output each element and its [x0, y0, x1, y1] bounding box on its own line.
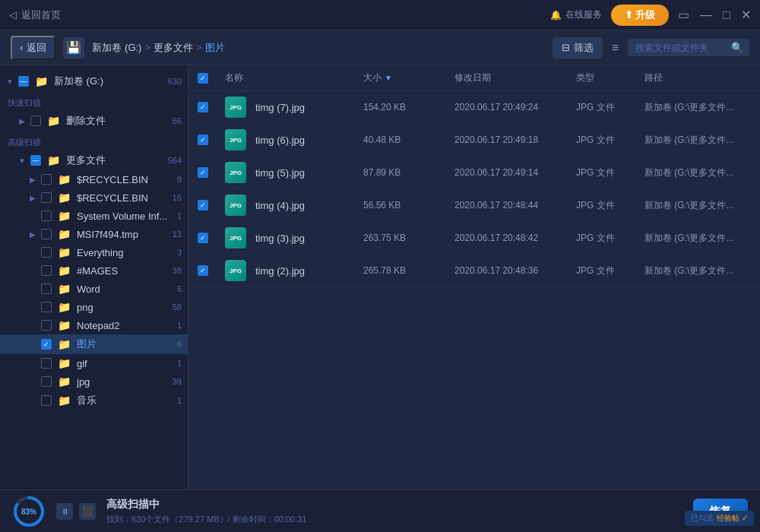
- sidebar-item-sysvol[interactable]: 📁 System Volume Inf... 1: [0, 207, 188, 225]
- checkbox-recycle2[interactable]: [41, 192, 52, 203]
- nav-back-button[interactable]: ‹ 返回: [11, 36, 55, 60]
- row-checkbox[interactable]: ✓: [198, 102, 208, 112]
- breadcrumb-sep2: >: [196, 42, 202, 53]
- breadcrumb-sep1: >: [144, 42, 150, 53]
- file-date: 2020.06.17 20:48:42: [454, 233, 538, 243]
- table-row[interactable]: ✓ JPG timg (5).jpg 87.89 KB 2020.06.17 2…: [188, 157, 760, 189]
- checkbox-more[interactable]: —: [30, 155, 41, 166]
- minimize-button[interactable]: ▭: [678, 8, 689, 22]
- stop-button[interactable]: ⬛: [79, 503, 96, 520]
- checkbox-msi[interactable]: [41, 229, 52, 239]
- back-arrow-icon: ◁: [9, 9, 17, 21]
- expand-icon-recycle2: ▶: [27, 194, 38, 202]
- sidebar-item-msi[interactable]: ▶ 📁 MSI7f494.tmp 13: [0, 225, 188, 243]
- sidebar-item-pictures[interactable]: ✓ 📁 图片 6: [0, 334, 188, 354]
- progress-percent: 83%: [21, 507, 36, 515]
- checkbox-mages[interactable]: [41, 265, 52, 276]
- search-box: 🔍: [628, 39, 749, 56]
- file-type: JPG 文件: [576, 200, 615, 211]
- nav-back-label: 返回: [27, 41, 46, 55]
- header-path: 路径: [644, 71, 751, 84]
- sidebar: ▼ — 📁 新加卷 (G:) 630 快速扫描 ▶ 📁 删除文件 66 高级扫描…: [0, 65, 188, 489]
- pictures-folder-icon: 📁: [58, 338, 71, 350]
- checkbox-notepad2[interactable]: [41, 320, 52, 331]
- checkbox-jpg[interactable]: [41, 376, 52, 387]
- verified-label: 经验帖 ✓: [717, 513, 748, 524]
- jpg-folder-icon: 📁: [58, 375, 71, 388]
- sidebar-item-mages[interactable]: 📁 #MAGES 38: [0, 261, 188, 280]
- file-type: JPG 文件: [576, 167, 615, 178]
- sidebar-label-more: 更多文件: [66, 154, 106, 167]
- verified-badge: 已勾选 经验帖 ✓: [685, 511, 754, 526]
- table-row[interactable]: ✓ JPG timg (3).jpg 263.75 KB 2020.06.17 …: [188, 222, 760, 255]
- header-size[interactable]: 大小 ▼: [363, 71, 454, 84]
- recycle1-folder-icon: 📁: [58, 173, 71, 185]
- file-size: 154.20 KB: [363, 102, 406, 112]
- row-checkbox[interactable]: ✓: [198, 167, 208, 178]
- sidebar-count-more: 564: [168, 156, 182, 165]
- sidebar-item-word[interactable]: 📁 Word 6: [0, 280, 188, 298]
- search-input[interactable]: [635, 43, 727, 53]
- checkbox-png[interactable]: [41, 302, 52, 312]
- sidebar-item-gif[interactable]: 📁 gif 1: [0, 354, 188, 372]
- checkbox-sysvol[interactable]: [41, 211, 52, 221]
- sidebar-label-recycle2: $RECYCLE.BIN: [77, 192, 148, 204]
- checkbox-pictures[interactable]: ✓: [41, 339, 52, 350]
- checkbox-word[interactable]: [41, 283, 52, 294]
- view-toggle-icon[interactable]: ≡: [609, 38, 622, 58]
- row-checkbox[interactable]: ✓: [198, 135, 208, 145]
- online-service[interactable]: 🔔 在线服务: [550, 8, 602, 21]
- checkbox-recycle1[interactable]: [41, 174, 52, 185]
- restore-button[interactable]: —: [700, 8, 712, 22]
- pause-button[interactable]: ⏸: [56, 503, 73, 520]
- table-row[interactable]: ✓ JPG timg (4).jpg 56.56 KB 2020.06.17 2…: [188, 189, 760, 222]
- sidebar-count-recycle1: 9: [177, 175, 182, 184]
- sidebar-item-more[interactable]: ▼ — 📁 更多文件 564: [0, 150, 188, 170]
- drive-icon: 💾: [63, 37, 84, 59]
- maximize-button[interactable]: □: [723, 8, 730, 22]
- sidebar-item-music[interactable]: 📁 音乐 1: [0, 391, 188, 410]
- file-name: timg (5).jpg: [255, 167, 305, 179]
- sidebar-item-root[interactable]: ▼ — 📁 新加卷 (G:) 630: [0, 71, 188, 91]
- close-button[interactable]: ✕: [741, 8, 751, 22]
- checkbox-gif[interactable]: [41, 358, 52, 369]
- advanced-scan-section: 高级扫描: [0, 131, 188, 150]
- recycle2-folder-icon: 📁: [58, 192, 71, 204]
- table-row[interactable]: ✓ JPG timg (6).jpg 40.48 KB 2020.06.17 2…: [188, 124, 760, 157]
- header-check[interactable]: ✓: [198, 73, 225, 84]
- sidebar-item-jpg[interactable]: 📁 jpg 39: [0, 372, 188, 391]
- sidebar-count-root: 630: [168, 77, 182, 86]
- file-date: 2020.06.17 20:49:14: [454, 167, 538, 178]
- sidebar-item-recycle1[interactable]: ▶ 📁 $RECYCLE.BIN 9: [0, 170, 188, 188]
- table-row[interactable]: ✓ JPG timg (2).jpg 265.78 KB 2020.06.17 …: [188, 255, 760, 287]
- back-home-btn[interactable]: ◁ 返回首页: [9, 8, 61, 22]
- sidebar-item-recycle2[interactable]: ▶ 📁 $RECYCLE.BIN 16: [0, 188, 188, 207]
- expand-icon-deleted: ▶: [17, 117, 27, 125]
- expand-icon: ▼: [5, 78, 15, 86]
- checkbox-everything[interactable]: [41, 247, 52, 258]
- row-checkbox[interactable]: ✓: [198, 233, 208, 243]
- file-path: 新加卷 (G:\更多文件...: [644, 233, 733, 243]
- sidebar-item-everything[interactable]: 📁 Everything 3: [0, 243, 188, 261]
- filter-button[interactable]: ⊟ 筛选: [553, 37, 603, 59]
- file-size: 265.78 KB: [363, 265, 406, 276]
- checkbox-deleted[interactable]: [30, 116, 41, 126]
- sidebar-item-notepad2[interactable]: 📁 Notepad2 1: [0, 316, 188, 334]
- table-row[interactable]: ✓ JPG timg (7).jpg 154.20 KB 2020.06.17 …: [188, 91, 760, 124]
- row-checkbox[interactable]: ✓: [198, 265, 208, 276]
- search-icon[interactable]: 🔍: [731, 42, 743, 53]
- checkbox-music[interactable]: [41, 395, 52, 406]
- select-all-checkbox[interactable]: ✓: [198, 73, 208, 84]
- file-path: 新加卷 (G:\更多文件...: [644, 102, 733, 112]
- breadcrumb-folder1[interactable]: 更多文件: [154, 41, 193, 55]
- upgrade-button[interactable]: ⬆ 升级: [611, 5, 670, 26]
- sidebar-count-word: 6: [177, 284, 182, 293]
- jpg-icon: JPG: [225, 227, 246, 249]
- row-checkbox[interactable]: ✓: [198, 200, 208, 211]
- sidebar-item-png[interactable]: 📁 png 58: [0, 298, 188, 316]
- sidebar-item-deleted[interactable]: ▶ 📁 删除文件 66: [0, 111, 188, 131]
- sidebar-label-recycle1: $RECYCLE.BIN: [77, 174, 148, 185]
- breadcrumb-drive[interactable]: 新加卷 (G:): [92, 41, 141, 55]
- checkbox-root[interactable]: —: [18, 76, 29, 87]
- sidebar-count-sysvol: 1: [177, 211, 182, 220]
